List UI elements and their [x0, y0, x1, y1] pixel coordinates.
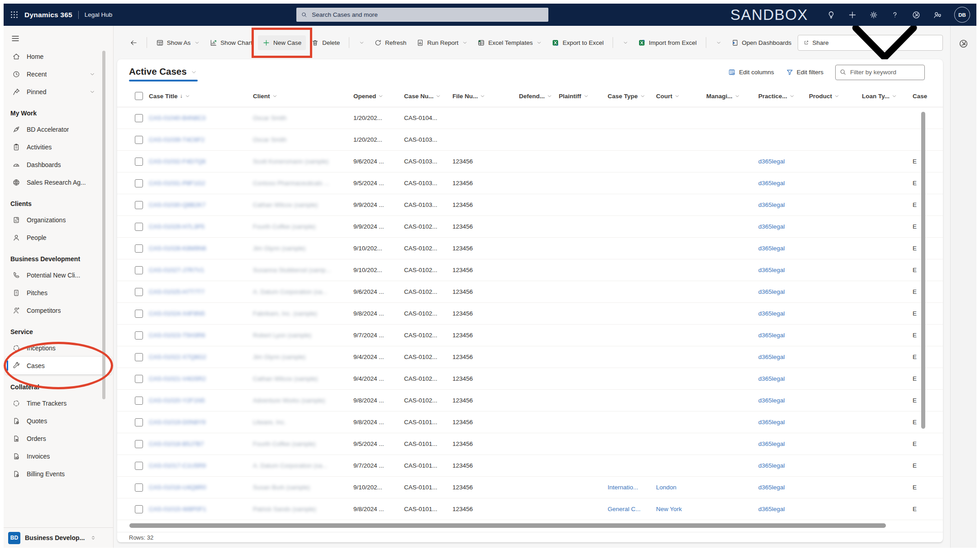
app-launcher-waffle-icon[interactable]: [4, 11, 24, 19]
cell-title[interactable]: CAS-01023-T5H3R6: [149, 332, 253, 339]
command-new-case-button[interactable]: New Case: [258, 35, 306, 50]
sidebar-item-invoices[interactable]: Invoices: [5, 447, 111, 465]
row-checkbox[interactable]: [135, 201, 143, 209]
cell-title[interactable]: CAS-01016-U4Q8R0: [149, 484, 253, 491]
select-all-checkbox[interactable]: [135, 92, 143, 100]
command-open-dashboards-button[interactable]: Open Dashboards: [727, 35, 796, 50]
cell-title[interactable]: CAS-01022-X7Q8G2: [149, 354, 253, 360]
vertical-scrollbar[interactable]: [921, 112, 925, 429]
cell-title[interactable]: CAS-01029-H7L3P5: [149, 223, 253, 230]
cell-title[interactable]: CAS-01040-B4N8C3: [149, 115, 253, 121]
column-header-defend[interactable]: Defend...: [519, 93, 559, 100]
sidebar-item-organizations[interactable]: Organizations: [5, 211, 111, 229]
cell-title[interactable]: CAS-01020-Y2F1N5: [149, 397, 253, 404]
cell-practice[interactable]: d365legal: [758, 397, 809, 404]
row-checkbox[interactable]: [135, 223, 143, 231]
sidebar-item-sales-research-ag[interactable]: Sales Research Ag...: [5, 173, 111, 191]
global-search-box[interactable]: [296, 8, 548, 22]
edit-filters-button[interactable]: Edit filters: [786, 68, 823, 76]
quick-create-plus-icon[interactable]: [848, 10, 857, 19]
command-import-more-chevron[interactable]: [711, 37, 726, 49]
cell-practice[interactable]: d365legal: [758, 158, 809, 165]
command-excel-templates-button[interactable]: Excel Templates: [473, 35, 546, 50]
cell-practice[interactable]: d365legal: [758, 419, 809, 426]
column-header-case-nu[interactable]: Case Nu...: [404, 93, 452, 100]
row-checkbox[interactable]: [135, 136, 143, 144]
cell-practice[interactable]: d365legal: [758, 267, 809, 273]
cell-title[interactable]: CAS-01027-J7R7V1: [149, 267, 253, 273]
user-avatar[interactable]: DB: [954, 7, 970, 23]
sidebar-item-potential-new-cli[interactable]: Potential New Cli...: [5, 266, 111, 284]
column-header-case-type[interactable]: Case Type: [608, 93, 656, 100]
command-back-button[interactable]: [125, 35, 142, 50]
cell-practice[interactable]: d365legal: [758, 201, 809, 208]
cell-practice[interactable]: d365legal: [758, 332, 809, 339]
cell-title[interactable]: CAS-01032-F4D7Q8: [149, 158, 253, 165]
horizontal-scrollbar[interactable]: [129, 523, 886, 528]
column-header-case-title[interactable]: Case Title↓: [149, 93, 253, 100]
row-checkbox[interactable]: [135, 440, 143, 448]
cell-practice[interactable]: d365legal: [758, 354, 809, 360]
sidebar-item-activities[interactable]: Activities: [5, 138, 111, 156]
column-header-file-nu[interactable]: File Nu...: [452, 93, 519, 100]
sidebar-item-inceptions[interactable]: Inceptions: [5, 339, 111, 357]
cell-practice[interactable]: d365legal: [758, 484, 809, 491]
row-checkbox[interactable]: [135, 266, 143, 274]
row-checkbox[interactable]: [135, 483, 143, 492]
command-export-to-excel-button[interactable]: Export to Excel: [547, 35, 608, 50]
column-header-client[interactable]: Client: [253, 93, 353, 100]
row-checkbox[interactable]: [135, 353, 143, 361]
command-show-as-button[interactable]: Show As: [152, 35, 205, 50]
lightbulb-icon[interactable]: [827, 10, 836, 19]
sidebar-item-dashboards[interactable]: Dashboards: [5, 156, 111, 173]
row-checkbox[interactable]: [135, 310, 143, 318]
sidebar-scrollbar[interactable]: [102, 51, 105, 399]
global-search-input[interactable]: [311, 11, 544, 19]
cell-title[interactable]: CAS-01018-B5J7B7: [149, 440, 253, 447]
cell-practice[interactable]: d365legal: [758, 180, 809, 187]
cell-title[interactable]: CAS-01021-V4G5R2: [149, 375, 253, 382]
sidebar-item-billing-events[interactable]: Billing Events: [5, 465, 111, 483]
row-checkbox[interactable]: [135, 179, 143, 187]
cell-practice[interactable]: d365legal: [758, 310, 809, 317]
sidebar-item-pinned[interactable]: Pinned: [5, 83, 111, 100]
row-checkbox[interactable]: [135, 418, 143, 426]
sidebar-item-quotes[interactable]: Quotes: [5, 412, 111, 430]
keyword-filter-input[interactable]: [835, 65, 925, 80]
sidebar-item-people[interactable]: People: [5, 229, 111, 246]
product-title[interactable]: Dynamics 365: [24, 11, 72, 19]
sidebar-item-recent[interactable]: Recent: [5, 65, 111, 83]
cell-title[interactable]: CAS-01031-P8F1G2: [149, 180, 253, 187]
cell-practice[interactable]: d365legal: [758, 375, 809, 382]
sidebar-item-cases[interactable]: Cases: [5, 357, 111, 374]
cell-court[interactable]: New York: [656, 506, 706, 512]
copilot-icon[interactable]: [958, 38, 969, 49]
column-header-plaintiff[interactable]: Plaintiff: [559, 93, 608, 100]
area-switcher[interactable]: BD Business Develop...: [4, 527, 113, 548]
cell-title[interactable]: CAS-01030-Q8B2K7: [149, 201, 253, 208]
cell-court[interactable]: London: [656, 484, 706, 491]
cell-type[interactable]: General C...: [608, 506, 656, 512]
column-header-loan-ty[interactable]: Loan Ty...: [862, 93, 913, 100]
command-delete-button[interactable]: Delete: [307, 35, 344, 50]
cell-title[interactable]: CAS-01025-H7T7T7: [149, 288, 253, 295]
sidebar-item-bd-accelerator[interactable]: BD Accelerator: [5, 120, 111, 138]
cell-title[interactable]: CAS-01028-K8M9N6: [149, 245, 253, 252]
command-run-report-button[interactable]: Run Report: [412, 35, 472, 50]
row-checkbox[interactable]: [135, 375, 143, 383]
feedback-icon[interactable]: [933, 10, 942, 19]
cell-practice[interactable]: d365legal: [758, 506, 809, 512]
view-selector[interactable]: Active Cases: [129, 66, 197, 79]
row-checkbox[interactable]: [135, 397, 143, 405]
sidebar-item-home[interactable]: Home: [5, 48, 111, 65]
copilot-icon[interactable]: [912, 10, 921, 19]
row-checkbox[interactable]: [135, 331, 143, 340]
cell-title[interactable]: CAS-01015-W8P0F1: [149, 506, 253, 512]
settings-gear-icon[interactable]: [869, 10, 878, 19]
cell-practice[interactable]: d365legal: [758, 462, 809, 469]
cell-title[interactable]: CAS-01039-T4C6F2: [149, 136, 253, 143]
sidebar-item-pitches[interactable]: Pitches: [5, 284, 111, 301]
edit-columns-button[interactable]: Edit columns: [728, 68, 774, 76]
cell-practice[interactable]: d365legal: [758, 440, 809, 447]
help-question-icon[interactable]: [890, 10, 899, 19]
